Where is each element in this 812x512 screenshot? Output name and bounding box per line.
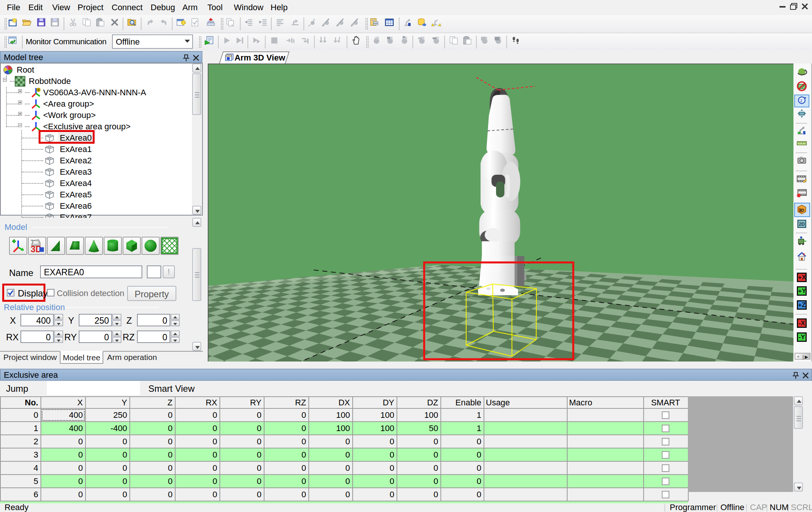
svg-text:2D: 2D <box>799 222 805 227</box>
svg-text:z: z <box>800 98 803 103</box>
svg-text:3D: 3D <box>799 208 804 213</box>
